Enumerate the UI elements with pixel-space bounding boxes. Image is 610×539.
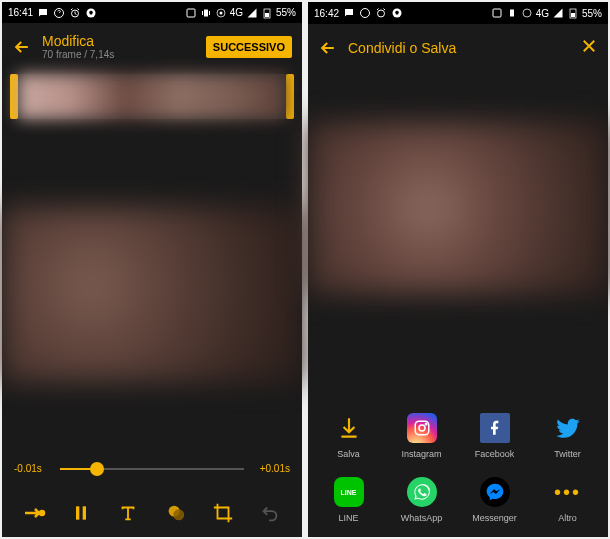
scrub-plus-label: +0.01s bbox=[250, 463, 290, 474]
share-instagram[interactable]: Instagram bbox=[385, 413, 458, 459]
next-button[interactable]: SUCCESSIVO bbox=[206, 36, 292, 58]
svg-point-6 bbox=[219, 11, 222, 14]
trim-handle-left[interactable] bbox=[10, 74, 18, 119]
status-time: 16:42 bbox=[314, 8, 339, 19]
svg-rect-5 bbox=[204, 9, 208, 16]
whatsapp-status-icon bbox=[53, 7, 65, 19]
svg-point-21 bbox=[523, 9, 531, 17]
nfc-icon bbox=[491, 7, 503, 19]
line-icon: LINE bbox=[334, 477, 364, 507]
status-bar: 16:41 4G 55% bbox=[2, 2, 302, 23]
undo-button[interactable] bbox=[254, 497, 286, 529]
svg-rect-12 bbox=[83, 506, 86, 519]
svg-point-14 bbox=[173, 509, 184, 520]
battery-icon bbox=[261, 7, 273, 19]
whatsapp-icon bbox=[407, 477, 437, 507]
scrub-thumb[interactable] bbox=[90, 462, 104, 476]
share-twitter[interactable]: Twitter bbox=[531, 413, 604, 459]
vibrate-icon bbox=[200, 7, 212, 19]
edit-screen: 16:41 4G 55% Modifica 70 frame / 7,14s S… bbox=[2, 2, 302, 537]
timeline-frames[interactable] bbox=[18, 74, 286, 119]
share-line[interactable]: LINE LINE bbox=[312, 477, 385, 523]
chat-icon bbox=[343, 7, 355, 19]
svg-rect-11 bbox=[76, 506, 79, 519]
status-bar: 16:42 4G 55% bbox=[308, 2, 608, 24]
svg-point-16 bbox=[378, 10, 385, 17]
share-label: LINE bbox=[338, 513, 358, 523]
scrub-minus-label: -0.01s bbox=[14, 463, 54, 474]
pause-button[interactable] bbox=[65, 497, 97, 529]
close-button[interactable] bbox=[580, 37, 598, 60]
facebook-icon bbox=[480, 413, 510, 443]
share-altro[interactable]: ••• Altro bbox=[531, 477, 604, 523]
signal-icon bbox=[552, 7, 564, 19]
page-title: Modifica bbox=[42, 33, 196, 49]
svg-rect-4 bbox=[187, 9, 195, 17]
trim-handle-right[interactable] bbox=[286, 74, 294, 119]
svg-point-15 bbox=[361, 9, 370, 18]
share-screen: 16:42 4G 55% Condividi o Salva bbox=[308, 2, 608, 537]
share-label: WhatsApp bbox=[401, 513, 443, 523]
battery-icon bbox=[567, 7, 579, 19]
network-label: 4G bbox=[536, 8, 549, 19]
network-label: 4G bbox=[230, 7, 243, 18]
soccer-icon bbox=[85, 7, 97, 19]
instagram-icon bbox=[407, 413, 437, 443]
messenger-icon bbox=[480, 477, 510, 507]
signal-icon bbox=[246, 7, 258, 19]
filters-button[interactable] bbox=[160, 497, 192, 529]
back-button[interactable] bbox=[318, 38, 338, 58]
back-button[interactable] bbox=[12, 37, 32, 57]
svg-point-0 bbox=[55, 8, 64, 17]
share-salva[interactable]: Salva bbox=[312, 413, 385, 459]
svg-point-25 bbox=[419, 425, 425, 431]
share-label: Twitter bbox=[554, 449, 581, 459]
share-grid: Salva Instagram Facebook Twitter LINE LI… bbox=[308, 401, 608, 537]
share-label: Salva bbox=[337, 449, 360, 459]
more-icon: ••• bbox=[553, 477, 583, 507]
svg-rect-23 bbox=[571, 13, 575, 17]
share-facebook[interactable]: Facebook bbox=[458, 413, 531, 459]
page-subtitle: 70 frame / 7,14s bbox=[42, 49, 196, 60]
location-icon bbox=[215, 7, 227, 19]
fine-scrubber: -0.01s +0.01s bbox=[2, 450, 302, 489]
crop-button[interactable] bbox=[207, 497, 239, 529]
share-label: Facebook bbox=[475, 449, 515, 459]
edit-toolbar bbox=[2, 488, 302, 537]
soccer-icon bbox=[391, 7, 403, 19]
alarm-icon bbox=[375, 7, 387, 19]
timeline[interactable] bbox=[10, 74, 294, 119]
twitter-icon bbox=[553, 413, 583, 443]
location-icon bbox=[521, 7, 533, 19]
share-whatsapp[interactable]: WhatsApp bbox=[385, 477, 458, 523]
status-time: 16:41 bbox=[8, 7, 33, 18]
text-button[interactable] bbox=[112, 497, 144, 529]
share-label: Messenger bbox=[472, 513, 517, 523]
svg-rect-20 bbox=[510, 10, 514, 17]
direction-button[interactable] bbox=[18, 497, 50, 529]
vibrate-icon bbox=[506, 7, 518, 19]
share-label: Altro bbox=[558, 513, 577, 523]
scrub-track[interactable] bbox=[60, 468, 244, 470]
download-icon bbox=[334, 413, 364, 443]
share-label: Instagram bbox=[401, 449, 441, 459]
app-header: Modifica 70 frame / 7,14s SUCCESSIVO bbox=[2, 23, 302, 70]
alarm-icon bbox=[69, 7, 81, 19]
app-header: Condividi o Salva bbox=[308, 24, 608, 72]
svg-point-26 bbox=[425, 423, 427, 425]
nfc-icon bbox=[185, 7, 197, 19]
video-preview[interactable] bbox=[2, 207, 302, 382]
svg-rect-19 bbox=[493, 9, 501, 17]
chat-icon bbox=[37, 7, 49, 19]
battery-percent: 55% bbox=[276, 7, 296, 18]
page-title: Condividi o Salva bbox=[348, 40, 570, 56]
svg-rect-9 bbox=[265, 13, 269, 17]
battery-percent: 55% bbox=[582, 8, 602, 19]
result-preview[interactable] bbox=[308, 122, 608, 294]
svg-point-10 bbox=[40, 511, 44, 515]
whatsapp-status-icon bbox=[359, 7, 371, 19]
share-messenger[interactable]: Messenger bbox=[458, 477, 531, 523]
